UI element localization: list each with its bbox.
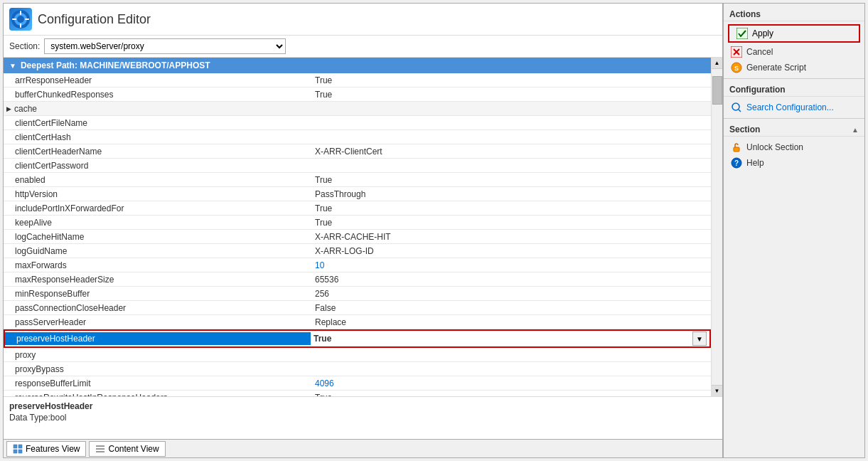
table-row[interactable]: arrResponseHeader True (4, 73, 711, 88)
scroll-thumb[interactable] (712, 76, 722, 105)
info-detail: Data Type:bool (9, 413, 717, 423)
table-header-label: Deepest Path: MACHINE/WEBROOT/APPHOST (21, 60, 210, 70)
svg-text:?: ? (734, 159, 739, 167)
row-name: minResponseBuffer (4, 287, 309, 300)
config-table: ▼ Deepest Path: MACHINE/WEBROOT/APPHOST … (4, 58, 711, 396)
table-header-expand[interactable]: ▼ (9, 62, 16, 70)
row-value (309, 136, 711, 139)
row-value (309, 107, 711, 110)
search-config-icon (731, 102, 742, 113)
row-value: 10 (309, 259, 711, 272)
table-row[interactable]: maxResponseHeaderSize 65536 (4, 272, 711, 287)
table-row[interactable]: includePortInXForwardedFor True (4, 201, 711, 216)
svg-rect-13 (96, 451, 105, 452)
row-name: reverseRewriteHostInResponseHeaders (4, 391, 309, 397)
row-name: passConnectionCloseHeader (4, 302, 309, 314)
row-name: clientCertPassword (4, 159, 309, 172)
info-title: preserveHostHeader (9, 401, 717, 411)
unlock-label: Unlock Section (746, 142, 803, 152)
table-row[interactable]: clientCertFileName (4, 116, 711, 130)
row-name: proxyBypass (4, 363, 309, 376)
svg-rect-8 (18, 445, 22, 448)
scroll-track[interactable] (712, 69, 722, 385)
row-name: clientCertFileName (4, 117, 309, 129)
table-row[interactable]: minResponseBuffer 256 (4, 287, 711, 301)
configuration-section: Configuration Search Configuration... (724, 78, 864, 118)
table-row[interactable]: maxForwards 10 (4, 258, 711, 272)
svg-rect-3 (20, 11, 21, 15)
table-row[interactable]: httpVersion PassThrough (4, 187, 711, 201)
apply-action[interactable]: Apply (728, 24, 860, 43)
row-name: maxForwards (4, 259, 309, 272)
row-value: False (309, 302, 711, 314)
row-name: responseBufferLimit (4, 377, 309, 390)
row-name: passServerHeader (4, 316, 309, 329)
search-config-action[interactable]: Search Configuration... (724, 100, 864, 115)
row-name: clientCertHeaderName (4, 145, 309, 158)
unlock-icon (731, 142, 742, 153)
table-row[interactable]: logCacheHitName X-ARR-CACHE-HIT (4, 230, 711, 244)
script-icon: S (731, 62, 742, 73)
table-row[interactable]: passServerHeader Replace (4, 315, 711, 329)
svg-rect-7 (14, 445, 17, 448)
row-name: keepAlive (4, 216, 309, 229)
table-row[interactable]: logGuidName X-ARR-LOG-ID (4, 244, 711, 258)
scroll-up-button[interactable]: ▲ (712, 58, 722, 69)
svg-rect-14 (736, 28, 748, 39)
help-action[interactable]: ? Help (724, 155, 864, 171)
tab-content-view[interactable]: Content View (89, 441, 165, 457)
svg-point-2 (17, 16, 24, 23)
unlock-section-action[interactable]: Unlock Section (724, 139, 864, 155)
table-row[interactable]: enabled True (4, 173, 711, 187)
cancel-action[interactable]: Cancel (724, 44, 864, 60)
row-name: ▶ cache (4, 102, 309, 115)
section-dropdown[interactable]: system.webServer/proxy (44, 38, 286, 54)
tab-features-view[interactable]: Features View (6, 441, 86, 457)
generate-script-action[interactable]: S Generate Script (724, 60, 864, 75)
script-label: Generate Script (746, 63, 806, 73)
row-name: bufferChunkedResponses (4, 88, 309, 101)
svg-line-21 (739, 110, 741, 112)
value-dropdown-button[interactable]: ▼ (692, 332, 707, 346)
table-row[interactable]: clientCertHeaderName X-ARR-ClientCert (4, 144, 711, 159)
table-row[interactable]: keepAlive True (4, 216, 711, 230)
table-row[interactable]: proxyBypass (4, 362, 711, 376)
scroll-down-button[interactable]: ▼ (712, 385, 722, 396)
tab-content-label: Content View (108, 444, 159, 454)
row-value: True (309, 88, 711, 101)
row-name: clientCertHash (4, 131, 309, 144)
row-value: True (309, 174, 711, 186)
table-row[interactable]: clientCertHash (4, 130, 711, 144)
svg-rect-6 (25, 18, 29, 20)
apply-icon (736, 28, 748, 39)
table-row[interactable]: bufferChunkedResponses True (4, 88, 711, 102)
row-value: X-ARR-CACHE-HIT (309, 231, 711, 243)
table-row[interactable]: clientCertPassword (4, 159, 711, 173)
row-value: X-ARR-LOG-ID (309, 245, 711, 258)
table-row[interactable]: proxy (4, 348, 711, 362)
row-value: 65536 (309, 273, 711, 286)
table-row-selected[interactable]: preserveHostHeader True ▼ (4, 329, 711, 348)
svg-rect-11 (96, 445, 105, 447)
row-value (309, 368, 711, 371)
table-row[interactable]: responseBufferLimit 4096 (4, 376, 711, 391)
row-value: PassThrough (309, 188, 711, 201)
row-value (309, 354, 711, 356)
table-row-group[interactable]: ▶ cache (4, 102, 711, 116)
svg-rect-10 (18, 450, 22, 453)
help-label: Help (746, 158, 764, 168)
table-header: ▼ Deepest Path: MACHINE/WEBROOT/APPHOST (4, 58, 711, 73)
row-name: enabled (4, 174, 309, 186)
search-config-label: Search Configuration... (746, 102, 834, 112)
row-name: arrResponseHeader (4, 74, 309, 87)
bottom-tabs: Features View Content View (4, 439, 722, 457)
row-name: includePortInXForwardedFor (4, 202, 309, 215)
table-row[interactable]: passConnectionCloseHeader False (4, 301, 711, 315)
selected-row-value: True (314, 334, 692, 344)
selected-row-name: preserveHostHeader (5, 332, 311, 345)
table-row[interactable]: reverseRewriteHostInResponseHeaders True (4, 391, 711, 396)
apply-label: Apply (752, 28, 773, 38)
table-scrollbar[interactable]: ▲ ▼ (711, 58, 722, 396)
group-expand-icon[interactable]: ▶ (6, 105, 11, 112)
section-collapse-icon[interactable]: ▲ (852, 126, 859, 134)
